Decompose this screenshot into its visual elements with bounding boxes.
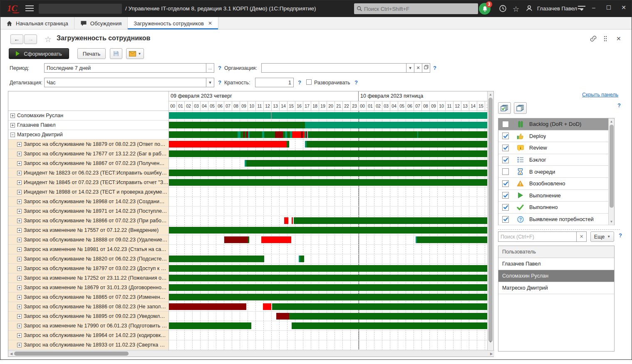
expand-icon[interactable]: +	[17, 285, 22, 290]
expand-icon[interactable]: +	[10, 113, 15, 118]
gantt-bar-green[interactable]	[287, 131, 290, 138]
legend-item[interactable]: iReview	[498, 142, 614, 154]
task-row[interactable]: +Запрос на обслуживание № 17677 от 13.12…	[8, 149, 169, 159]
vertical-scroll-thumb[interactable]	[488, 98, 493, 342]
expand-icon[interactable]: +	[17, 247, 22, 252]
more-actions-icon[interactable]	[604, 36, 607, 43]
legend-checkbox[interactable]	[502, 204, 509, 211]
expand-icon[interactable]: +	[17, 180, 22, 185]
panel-help-icon[interactable]: ?	[617, 102, 621, 108]
gantt-bar-teal[interactable]	[169, 112, 488, 119]
expand-icon[interactable]: +	[17, 238, 22, 242]
hide-panel-link[interactable]: Скрыть панель	[582, 92, 618, 98]
gantt-bar-teal[interactable]	[305, 122, 488, 128]
gantt-bar-red[interactable]	[263, 303, 271, 310]
legend-item[interactable]: Бэклог	[498, 154, 614, 166]
user-list-item[interactable]: Глазачев Павел	[498, 258, 614, 270]
organization-help-icon[interactable]: ?	[433, 65, 436, 71]
expand-icon[interactable]: +	[17, 152, 22, 156]
legend-checkbox[interactable]	[502, 216, 509, 223]
expand-icon[interactable]: +	[17, 324, 22, 328]
gantt-bar-red[interactable]	[261, 236, 291, 243]
check-all-button[interactable]	[498, 102, 511, 114]
gantt-bar-green[interactable]	[169, 150, 488, 157]
employee-row[interactable]: −Матреско Дмитрий	[8, 130, 169, 140]
notification-count-badge[interactable]: 3	[486, 1, 492, 7]
legend-item[interactable]: Выполнено	[498, 202, 614, 214]
organization-clear-icon[interactable]: ✕	[414, 63, 422, 73]
expand-help-icon[interactable]: ?	[354, 79, 358, 86]
legend-checkbox[interactable]	[502, 180, 509, 187]
task-row[interactable]: +Запрос на обслуживание № 18968 от 14.02…	[8, 197, 169, 207]
user-list-item[interactable]: Матреско Дмитрий	[498, 282, 614, 294]
expand-icon[interactable]: +	[17, 209, 22, 214]
gantt-bar-green[interactable]	[246, 160, 488, 167]
scroll-left-icon[interactable]: ◀	[9, 352, 13, 356]
expand-icon[interactable]: +	[17, 228, 22, 233]
task-row[interactable]: +Запрос на обслуживание № 18964 от 14.02…	[8, 331, 169, 340]
legend-scroll-up-icon[interactable]: ▲	[609, 120, 614, 123]
legend-checkbox[interactable]	[502, 133, 509, 139]
gantt-bar-green[interactable]	[418, 131, 487, 138]
legend-scroll-thumb[interactable]	[610, 125, 614, 208]
task-row[interactable]: +Запрос на обслуживание № 18933 от 11.02…	[8, 340, 169, 350]
gantt-bar-maroon[interactable]	[276, 313, 289, 320]
task-row[interactable]: +Запрос на обслуживание № 18820 от 06.02…	[8, 254, 169, 264]
gantt-bar-green[interactable]	[169, 131, 238, 138]
legend-checkbox[interactable]	[502, 192, 509, 199]
task-row[interactable]: +Запрос на обслуживание № 18888 от 09.02…	[8, 235, 169, 245]
legend-item[interactable]: Backlog (DoR + DoD)	[498, 118, 614, 130]
gantt-bar-green[interactable]	[264, 131, 275, 138]
task-row[interactable]: +Запрос на обслуживание № 18879 от 08.02…	[8, 140, 169, 149]
gantt-bar-red[interactable]	[292, 217, 293, 224]
gantt-bar-green[interactable]	[289, 313, 488, 320]
gantt-bar-green[interactable]	[272, 303, 488, 310]
gantt-bar-red[interactable]	[284, 217, 288, 224]
expand-icon[interactable]: +	[17, 276, 22, 280]
user-icon[interactable]	[525, 5, 534, 13]
gantt-horizontal-scrollbar[interactable]: ◀ ▶	[8, 350, 494, 357]
user-list-item[interactable]: Соломахин Руслан	[498, 270, 614, 282]
period-input[interactable]	[44, 63, 206, 73]
user-search-clear-icon[interactable]: ✕	[577, 231, 587, 242]
gantt-bar-green[interactable]	[307, 141, 488, 148]
employee-row[interactable]: +Соломахин Руслан	[8, 111, 169, 121]
gantt-bar-teal[interactable]	[238, 131, 240, 138]
legend-item[interactable]: ?Выявление потребностей	[498, 214, 614, 226]
gantt-vertical-scrollbar[interactable]: ▲ ▼	[487, 91, 493, 351]
task-row[interactable]: +Запрос на изменение № 17252 от 23.11.22…	[8, 273, 169, 283]
generate-button[interactable]: Сформировать	[9, 48, 69, 59]
legend-checkbox[interactable]	[502, 157, 509, 163]
get-link-icon[interactable]	[590, 35, 597, 44]
gantt-bar-green[interactable]	[169, 179, 488, 186]
gantt-bar-green[interactable]	[240, 131, 243, 138]
gantt-bar-maroon[interactable]	[224, 236, 248, 243]
favorite-page-star-icon[interactable]: ☆	[45, 34, 52, 44]
expand-icon[interactable]: +	[17, 257, 22, 261]
gantt-bar-green[interactable]	[169, 256, 264, 262]
gantt-bar-green[interactable]	[169, 322, 251, 329]
task-row[interactable]: +Запрос на обслуживание № 18867 от 07.02…	[8, 159, 169, 168]
gantt-bar-green[interactable]	[169, 170, 488, 176]
print-button[interactable]: Печать	[77, 48, 106, 59]
gantt-bar-green[interactable]	[308, 131, 417, 138]
uncheck-all-button[interactable]	[514, 102, 527, 114]
horizontal-scroll-thumb[interactable]	[14, 352, 129, 356]
gantt-bar-gray[interactable]	[271, 112, 272, 119]
expand-icon[interactable]: +	[17, 305, 22, 309]
tab-close-icon[interactable]: ✕	[208, 20, 212, 26]
send-email-button[interactable]: ▼	[126, 48, 144, 59]
task-row[interactable]: +Запрос на изменение № 18981 от 14.02.23…	[8, 245, 169, 254]
gantt-bar-green[interactable]	[300, 256, 304, 262]
legend-item[interactable]: Возобновлено	[498, 178, 614, 190]
legend-checkbox[interactable]	[502, 145, 509, 151]
detail-help-icon[interactable]: ?	[218, 79, 221, 86]
organization-open-icon[interactable]	[422, 63, 430, 73]
gantt-bar-green[interactable]	[248, 236, 249, 243]
gantt-bar-maroon[interactable]	[169, 303, 246, 310]
legend-scroll-down-icon[interactable]: ▼	[609, 220, 614, 224]
task-row[interactable]: +Запрос на обслуживание № 18895 от 09.02…	[8, 312, 169, 321]
task-row[interactable]: +Запрос на обслуживание № 18886 от 08.02…	[8, 302, 169, 312]
gantt-bar-green[interactable]	[169, 275, 488, 281]
period-more-button[interactable]: ...	[206, 63, 214, 73]
